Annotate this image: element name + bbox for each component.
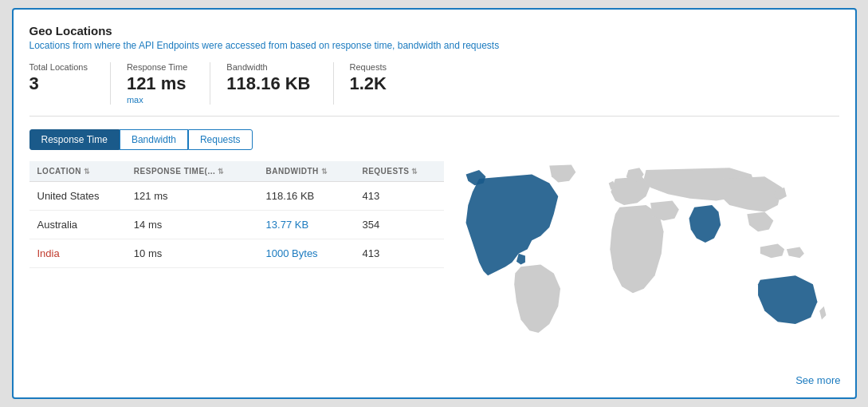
world-map	[444, 161, 839, 359]
cell-response-time: 14 ms	[126, 211, 258, 239]
cell-response-time: 121 ms	[126, 182, 258, 211]
table-area: LOCATION ⇅ RESPONSE TIME(... ⇅ BANDWIDTH…	[29, 161, 444, 359]
stat-response-time-label: Response Time	[127, 62, 187, 72]
cell-requests: 413	[354, 239, 443, 268]
table-row: United States121 ms118.16 KB413	[29, 182, 444, 211]
stat-response-time: Response Time 121 ms max	[127, 62, 210, 105]
cell-requests: 413	[354, 182, 443, 211]
table-row: Australia14 ms13.77 KB354	[29, 211, 444, 239]
stat-total-locations-value: 3	[29, 73, 88, 94]
locations-table: LOCATION ⇅ RESPONSE TIME(... ⇅ BANDWIDTH…	[29, 161, 444, 268]
card-subtitle: Locations from where the API Endpoints w…	[29, 40, 839, 51]
table-header-row: LOCATION ⇅ RESPONSE TIME(... ⇅ BANDWIDTH…	[29, 161, 444, 182]
cell-location[interactable]: India	[29, 239, 126, 268]
stat-total-locations: Total Locations 3	[29, 62, 111, 105]
cell-requests: 354	[354, 211, 443, 239]
stat-response-time-value: 121 ms	[127, 73, 187, 94]
stat-requests-label: Requests	[350, 62, 387, 72]
col-bandwidth[interactable]: BANDWIDTH ⇅	[258, 161, 355, 182]
stat-bandwidth-value: 118.16 KB	[226, 73, 310, 94]
tab-requests[interactable]: Requests	[188, 129, 253, 150]
tab-bandwidth[interactable]: Bandwidth	[120, 129, 188, 150]
stats-row: Total Locations 3 Response Time 121 ms m…	[29, 62, 839, 117]
tab-response-time[interactable]: Response Time	[29, 129, 120, 150]
stat-requests-value: 1.2K	[350, 73, 387, 94]
cell-bandwidth[interactable]: 1000 Bytes	[258, 239, 355, 268]
see-more-link[interactable]: See more	[795, 374, 840, 386]
cell-location: Australia	[29, 211, 126, 239]
stat-requests: Requests 1.2K	[350, 62, 409, 105]
cell-location: United States	[29, 182, 126, 211]
col-requests[interactable]: REQUESTS ⇅	[354, 161, 443, 182]
stat-total-locations-label: Total Locations	[29, 62, 88, 72]
card-title: Geo Locations	[29, 24, 839, 38]
map-area	[444, 161, 839, 359]
stat-bandwidth: Bandwidth 118.16 KB	[226, 62, 333, 105]
col-response-time[interactable]: RESPONSE TIME(... ⇅	[126, 161, 258, 182]
table-row: India10 ms1000 Bytes413	[29, 239, 444, 268]
cell-response-time: 10 ms	[126, 239, 258, 268]
col-location[interactable]: LOCATION ⇅	[29, 161, 126, 182]
stat-response-time-sub: max	[127, 95, 187, 105]
stat-bandwidth-label: Bandwidth	[226, 62, 310, 72]
cell-bandwidth[interactable]: 13.77 KB	[258, 211, 355, 239]
content-area: LOCATION ⇅ RESPONSE TIME(... ⇅ BANDWIDTH…	[29, 161, 839, 359]
cell-bandwidth: 118.16 KB	[258, 182, 355, 211]
geo-locations-card: Geo Locations Locations from where the A…	[12, 8, 857, 399]
tabs-row: Response Time Bandwidth Requests	[29, 129, 839, 150]
